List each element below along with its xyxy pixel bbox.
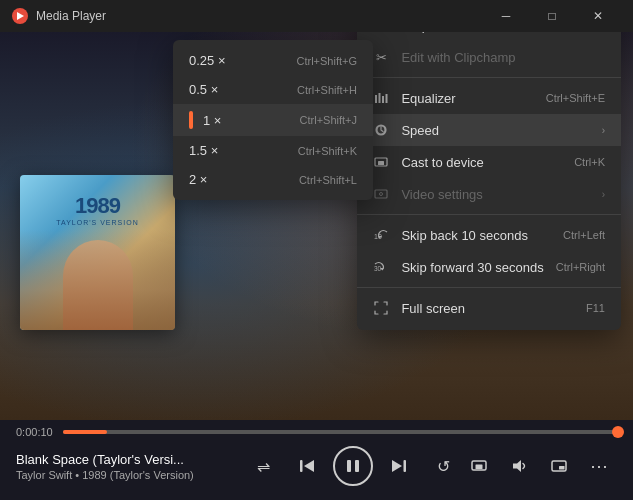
speed-item-2[interactable]: 2 × Ctrl+Shift+L — [173, 165, 373, 194]
menu-item-video-settings: Video settings › — [357, 178, 621, 210]
current-time: 0:00:10 — [16, 426, 53, 438]
close-button[interactable]: ✕ — [575, 0, 621, 32]
controls-row: Blank Space (Taylor's Versi... Taylor Sw… — [16, 446, 617, 486]
shuffle-button[interactable]: ⇌ — [245, 448, 281, 484]
svg-rect-18 — [476, 465, 483, 470]
speed-arrow-icon: › — [602, 125, 605, 136]
progress-bar[interactable] — [63, 430, 617, 434]
svg-rect-1 — [375, 95, 377, 103]
progress-row: 0:00:10 — [16, 426, 617, 438]
more-options-button[interactable]: ⋯ — [581, 448, 617, 484]
svg-rect-3 — [382, 96, 384, 103]
right-controls: ⋯ — [461, 448, 617, 484]
previous-button[interactable] — [289, 448, 325, 484]
speed-submenu: 0.25 × Ctrl+Shift+G 0.5 × Ctrl+Shift+H 1… — [173, 40, 373, 200]
next-button[interactable] — [381, 448, 417, 484]
svg-rect-6 — [378, 161, 384, 165]
progress-fill — [63, 430, 107, 434]
svg-text:30: 30 — [374, 265, 382, 272]
speed-item-0.25[interactable]: 0.25 × Ctrl+Shift+G — [173, 46, 373, 75]
svg-rect-21 — [559, 466, 565, 470]
app-icon — [12, 8, 28, 24]
menu-item-skip-forward[interactable]: 30 Skip forward 30 seconds Ctrl+Right — [357, 251, 621, 283]
speed-item-1[interactable]: 1 × Ctrl+Shift+J — [173, 104, 373, 136]
window-title: Media Player — [36, 9, 483, 23]
svg-rect-2 — [379, 93, 381, 103]
video-settings-icon — [373, 186, 389, 202]
context-menu: ℹ Properties Ctrl+I ✂ Edit with Clipcham… — [357, 32, 621, 330]
edit-clipchamp-icon: ✂ — [373, 49, 389, 65]
svg-rect-14 — [355, 460, 359, 472]
svg-marker-19 — [513, 460, 521, 472]
menu-divider-3 — [357, 287, 621, 288]
track-info: Blank Space (Taylor's Versi... Taylor Sw… — [16, 452, 245, 481]
pip-button[interactable] — [541, 448, 577, 484]
speed-active-indicator — [189, 111, 193, 129]
menu-divider-1 — [357, 77, 621, 78]
album-art: 1989 TAYLOR'S VERSION — [20, 175, 175, 330]
speed-icon — [373, 122, 389, 138]
svg-marker-12 — [304, 460, 314, 472]
svg-point-8 — [380, 193, 383, 196]
album-subtitle: TAYLOR'S VERSION — [56, 219, 138, 226]
menu-item-cast[interactable]: Cast to device Ctrl+K — [357, 146, 621, 178]
controls-bar: 0:00:10 Blank Space (Taylor's Versi... T… — [0, 420, 633, 500]
svg-rect-13 — [347, 460, 351, 472]
titlebar: Media Player ─ □ ✕ — [0, 0, 633, 32]
equalizer-icon — [373, 90, 389, 106]
menu-item-edit-clipchamp: ✂ Edit with Clipchamp — [357, 41, 621, 73]
svg-rect-7 — [375, 190, 387, 198]
menu-item-properties[interactable]: ℹ Properties Ctrl+I — [357, 32, 621, 41]
track-artist: Taylor Swift • 1989 (Taylor's Version) — [16, 469, 245, 481]
cast-button[interactable] — [461, 448, 497, 484]
repeat-button[interactable]: ↺ — [425, 448, 461, 484]
menu-item-skip-back[interactable]: 10 Skip back 10 seconds Ctrl+Left — [357, 219, 621, 251]
maximize-button[interactable]: □ — [529, 0, 575, 32]
menu-item-equalizer[interactable]: Equalizer Ctrl+Shift+E — [357, 82, 621, 114]
video-area: 1989 TAYLOR'S VERSION 0.25 × Ctrl+Shift+… — [0, 32, 633, 420]
skip-forward-icon: 30 — [373, 259, 389, 275]
menu-item-fullscreen[interactable]: Full screen F11 — [357, 292, 621, 324]
svg-rect-11 — [300, 460, 303, 472]
window-controls: ─ □ ✕ — [483, 0, 621, 32]
play-pause-button[interactable] — [333, 446, 373, 486]
svg-rect-15 — [404, 460, 407, 472]
volume-button[interactable] — [501, 448, 537, 484]
album-title: 1989 — [75, 195, 120, 217]
speed-item-0.5[interactable]: 0.5 × Ctrl+Shift+H — [173, 75, 373, 104]
menu-divider-2 — [357, 214, 621, 215]
media-player-window: Media Player ─ □ ✕ 1989 TAYLOR'S VERSION… — [0, 0, 633, 500]
minimize-button[interactable]: ─ — [483, 0, 529, 32]
progress-thumb — [612, 426, 624, 438]
speed-item-1.5[interactable]: 1.5 × Ctrl+Shift+K — [173, 136, 373, 165]
svg-marker-16 — [392, 460, 402, 472]
properties-icon: ℹ — [373, 32, 389, 33]
svg-rect-4 — [386, 94, 388, 103]
track-title: Blank Space (Taylor's Versi... — [16, 452, 245, 467]
playback-controls: ⇌ — [245, 446, 461, 486]
svg-marker-0 — [17, 12, 24, 20]
skip-back-icon: 10 — [373, 227, 389, 243]
fullscreen-icon — [373, 300, 389, 316]
menu-item-speed[interactable]: Speed › — [357, 114, 621, 146]
cast-icon — [373, 154, 389, 170]
video-settings-arrow-icon: › — [602, 189, 605, 200]
